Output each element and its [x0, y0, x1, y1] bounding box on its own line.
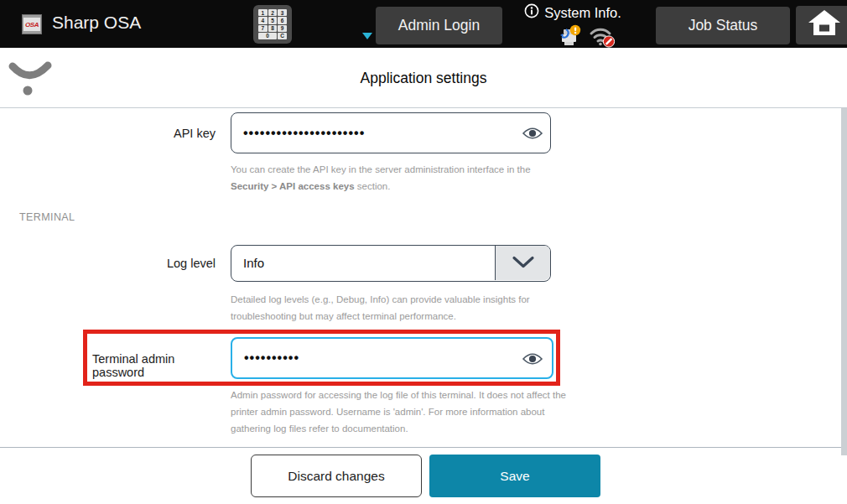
terminal-admin-password-input[interactable]: [231, 337, 553, 379]
chevron-down-icon: [512, 256, 535, 271]
top-bar: OSA Sharp OSA 1 2 3 4 5 6 7 8 9 0 C Admi…: [0, 0, 847, 48]
brand-title: Sharp OSA: [52, 13, 141, 33]
page-title: Application settings: [0, 70, 847, 87]
vertical-scrollbar[interactable]: [841, 108, 847, 455]
sharp-osa-logo-text: OSA: [23, 18, 40, 31]
eye-icon: [522, 131, 543, 143]
discard-changes-button[interactable]: Discard changes: [251, 455, 422, 497]
admin-login-button[interactable]: Admin Login: [376, 7, 502, 44]
eye-icon: [522, 356, 543, 369]
keypad-key: 2: [268, 9, 278, 16]
log-level-select[interactable]: Info: [231, 245, 551, 282]
system-info-button[interactable]: System Info.: [510, 3, 636, 47]
keypad-key: 4: [258, 17, 268, 23]
api-key-help: You can create the API key in the server…: [231, 161, 566, 195]
home-icon: [808, 10, 840, 41]
log-level-dropdown-button[interactable]: [495, 246, 550, 280]
keypad-caret-icon[interactable]: [362, 33, 372, 39]
sharp-osa-screen: OSA Sharp OSA 1 2 3 4 5 6 7 8 9 0 C Admi…: [0, 0, 847, 504]
info-icon: [524, 3, 539, 22]
log-level-help: Detailed log levels (e.g., Debug, Info) …: [231, 291, 566, 325]
terminal-admin-password-help: Admin password for accessing the log fil…: [231, 387, 574, 437]
keypad-key: 5: [268, 17, 278, 23]
sharp-osa-logo-icon: OSA: [22, 14, 42, 34]
save-button[interactable]: Save: [429, 455, 600, 497]
terminal-admin-password-label: Terminal admin password: [92, 352, 226, 379]
keypad-key: C: [278, 33, 287, 39]
numeric-keypad-icon[interactable]: 1 2 3 4 5 6 7 8 9 0 C: [253, 5, 292, 44]
log-level-value: Info: [243, 246, 264, 280]
api-key-input[interactable]: [231, 112, 551, 153]
home-button[interactable]: [796, 6, 847, 44]
keypad-key: 7: [258, 25, 268, 32]
keypad-key: 0: [258, 33, 277, 39]
keypad-key: 6: [278, 17, 287, 23]
log-level-label: Log level: [50, 257, 216, 270]
page-header: Application settings: [0, 48, 847, 108]
footer-divider: [0, 447, 847, 448]
api-key-label: API key: [50, 127, 216, 140]
reveal-password-button[interactable]: [522, 351, 543, 366]
keypad-key: 9: [278, 25, 287, 32]
reveal-api-key-button[interactable]: [522, 126, 543, 141]
section-label-terminal: TERMINAL: [19, 211, 75, 223]
keypad-key: 1: [258, 9, 268, 16]
keypad-key: 8: [268, 25, 278, 32]
keypad-key: 3: [278, 9, 287, 16]
admin-login-label: Admin Login: [398, 17, 480, 34]
system-info-label: System Info.: [544, 5, 621, 21]
job-status-button[interactable]: Job Status: [656, 7, 790, 44]
job-status-label: Job Status: [689, 17, 758, 34]
